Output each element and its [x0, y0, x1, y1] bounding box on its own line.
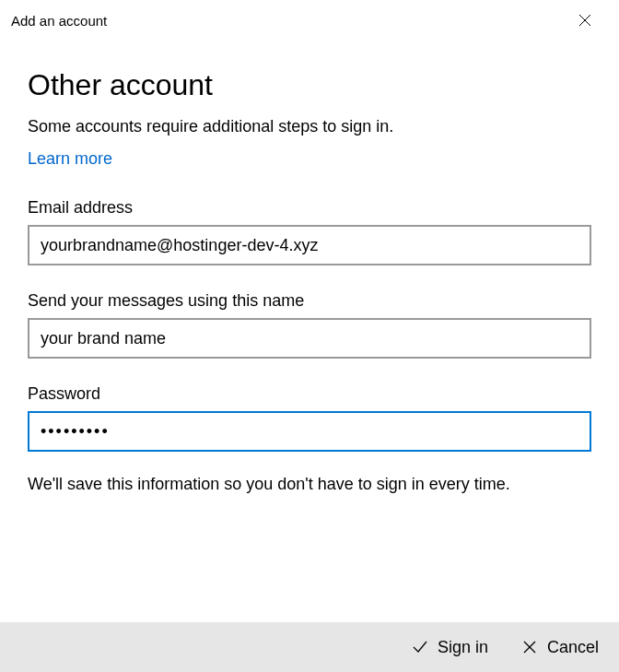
- titlebar: Add an account: [0, 0, 619, 41]
- close-icon: [578, 14, 591, 27]
- save-note: We'll save this information so you don't…: [28, 472, 591, 497]
- window-title: Add an account: [11, 13, 107, 29]
- check-icon: [412, 639, 428, 655]
- name-label: Send your messages using this name: [28, 291, 591, 311]
- password-field[interactable]: [28, 411, 591, 452]
- page-title: Other account: [28, 68, 591, 102]
- content-area: Other account Some accounts require addi…: [0, 41, 619, 622]
- footer-bar: Sign in Cancel: [0, 622, 619, 672]
- name-field[interactable]: [28, 318, 591, 359]
- cancel-icon: [521, 639, 538, 655]
- learn-more-link[interactable]: Learn more: [28, 149, 112, 169]
- signin-button[interactable]: Sign in: [412, 638, 488, 657]
- email-label: Email address: [28, 198, 591, 218]
- cancel-button[interactable]: Cancel: [521, 638, 599, 657]
- close-button[interactable]: [567, 6, 602, 35]
- email-field[interactable]: [28, 225, 591, 265]
- signin-label: Sign in: [438, 638, 488, 657]
- cancel-label: Cancel: [547, 638, 599, 657]
- password-label: Password: [28, 384, 591, 404]
- subtext: Some accounts require additional steps t…: [28, 117, 591, 136]
